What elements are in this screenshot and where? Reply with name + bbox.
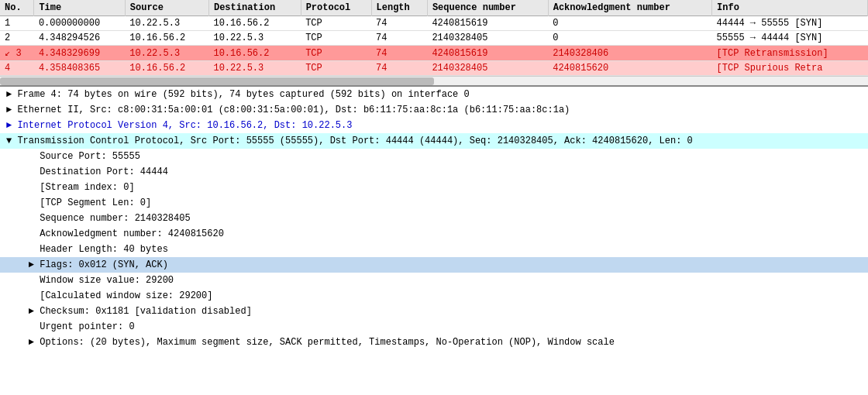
horizontal-scrollbar[interactable] [0, 76, 868, 85]
table-cell: 74 [371, 46, 427, 61]
detail-line: Header Length: 40 bytes [0, 242, 868, 257]
col-time[interactable]: Time [34, 0, 125, 16]
detail-line: Window size value: 29200 [0, 273, 868, 288]
table-cell: [TCP Spurious Retra [712, 61, 868, 76]
table-cell: [TCP Retransmission] [712, 46, 868, 61]
table-cell: 10.16.56.2 [208, 16, 301, 31]
table-cell: 0.000000000 [34, 16, 125, 31]
table-cell: 55555 → 44444 [SYN] [712, 31, 868, 46]
table-cell: 2140328405 [427, 31, 548, 46]
table-cell: 74 [371, 31, 427, 46]
table-cell: 10.22.5.3 [125, 16, 208, 31]
table-cell: 0 [548, 16, 711, 31]
table-row[interactable]: 24.34829452610.16.56.210.22.5.3TCP742140… [0, 31, 868, 46]
table-cell: 1 [0, 16, 34, 31]
table-cell: 4240815619 [427, 16, 548, 31]
table-row[interactable]: ↙ 34.34832969910.22.5.310.16.56.2TCP7442… [0, 46, 868, 61]
col-seq[interactable]: Sequence number [427, 0, 548, 16]
table-cell: TCP [301, 46, 371, 61]
table-row[interactable]: 10.00000000010.22.5.310.16.56.2TCP744240… [0, 16, 868, 31]
detail-line: Sequence number: 2140328405 [0, 211, 868, 226]
detail-line: Urgent pointer: 0 [0, 319, 868, 335]
table-cell: 4240815619 [427, 46, 548, 61]
table-row[interactable]: 44.35840836510.16.56.210.22.5.3TCP742140… [0, 61, 868, 76]
table-cell: 4.348294526 [34, 31, 125, 46]
col-no[interactable]: No. [0, 0, 34, 16]
table-cell: 4 [0, 61, 34, 76]
table-cell: 74 [371, 16, 427, 31]
detail-line: Source Port: 55555 [0, 149, 868, 164]
detail-line[interactable]: ► Frame 4: 74 bytes on wire (592 bits), … [0, 87, 868, 102]
table-cell: 10.22.5.3 [125, 46, 208, 61]
table-cell: 4240815620 [548, 61, 711, 76]
detail-line: Destination Port: 44444 [0, 164, 868, 180]
table-cell: ↙ 3 [0, 46, 34, 61]
table-cell: TCP [301, 31, 371, 46]
table-cell: 10.22.5.3 [208, 61, 301, 76]
detail-line[interactable]: ▼ Transmission Control Protocol, Src Por… [0, 133, 868, 149]
detail-line: [Stream index: 0] [0, 180, 868, 195]
detail-line: [Calculated window size: 29200] [0, 288, 868, 304]
packet-table: No. Time Source Destination Protocol Len… [0, 0, 868, 76]
table-cell: 4.348329699 [34, 46, 125, 61]
table-cell: TCP [301, 61, 371, 76]
table-cell: 10.16.56.2 [208, 46, 301, 61]
table-cell: 2140328405 [427, 61, 548, 76]
table-cell: 10.16.56.2 [125, 61, 208, 76]
table-cell: 74 [371, 61, 427, 76]
table-cell: 10.22.5.3 [208, 31, 301, 46]
table-cell: 2140328406 [548, 46, 711, 61]
col-info[interactable]: Info [712, 0, 868, 16]
table-cell: TCP [301, 16, 371, 31]
detail-line: Acknowledgment number: 4240815620 [0, 226, 868, 242]
detail-line: [TCP Segment Len: 0] [0, 195, 868, 211]
table-cell: 2 [0, 31, 34, 46]
col-protocol[interactable]: Protocol [301, 0, 371, 16]
table-cell: 10.16.56.2 [125, 31, 208, 46]
detail-line[interactable]: ► Flags: 0x012 (SYN, ACK) [0, 257, 868, 273]
table-cell: 44444 → 55555 [SYN] [712, 16, 868, 31]
detail-line[interactable]: ► Internet Protocol Version 4, Src: 10.1… [0, 118, 868, 133]
col-destination[interactable]: Destination [208, 0, 301, 16]
col-source[interactable]: Source [125, 0, 208, 16]
scrollbar-thumb[interactable] [0, 77, 434, 85]
detail-line[interactable]: ► Checksum: 0x1181 [validation disabled] [0, 304, 868, 319]
table-cell: 4.358408365 [34, 61, 125, 76]
detail-line[interactable]: ► Options: (20 bytes), Maximum segment s… [0, 335, 868, 349]
col-ack[interactable]: Acknowledgment number [548, 0, 711, 16]
detail-panel: ► Frame 4: 74 bytes on wire (592 bits), … [0, 85, 868, 349]
table-header-row: No. Time Source Destination Protocol Len… [0, 0, 868, 16]
col-length[interactable]: Length [371, 0, 427, 16]
table-cell: 0 [548, 31, 711, 46]
detail-line[interactable]: ► Ethernet II, Src: c8:00:31:5a:00:01 (c… [0, 102, 868, 118]
